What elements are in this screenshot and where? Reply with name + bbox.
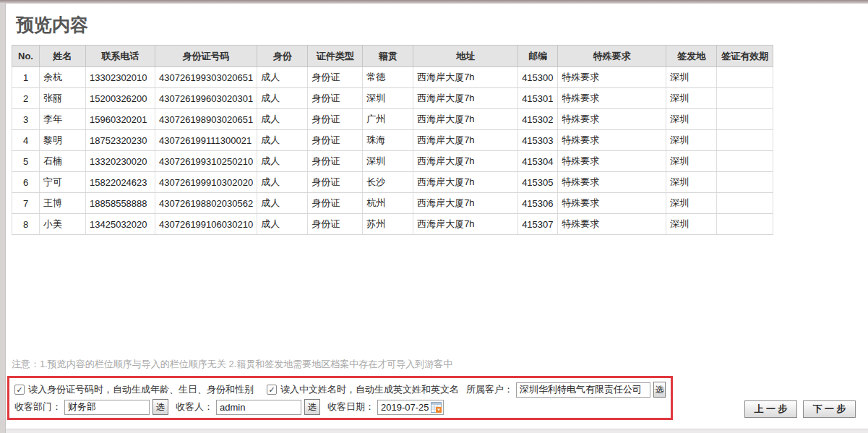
table-cell: 8: [12, 214, 40, 235]
column-header: 身份证号码: [155, 46, 257, 67]
options-row-1: ✓ 读入身份证号码时，自动生成年龄、生日、身份和性别 ✓ 读入中文姓名时，自动生…: [14, 382, 666, 398]
receiver-input[interactable]: [216, 400, 301, 415]
date-label: 收客日期：: [327, 400, 374, 413]
background-page-left-edge: [0, 3, 6, 433]
table-cell: 430726199910302020: [155, 172, 257, 193]
next-step-button[interactable]: 下 一 步: [803, 400, 856, 418]
table-cell: 西海岸大厦7h: [413, 130, 518, 151]
table-cell: 7: [12, 193, 40, 214]
table-cell: 415300: [518, 67, 558, 88]
table-cell: 成人: [257, 109, 308, 130]
table-cell: 深圳: [363, 151, 413, 172]
table-cell: 415302: [518, 109, 558, 130]
column-header: 特殊要求: [558, 46, 666, 67]
checkbox-checked-icon[interactable]: ✓: [14, 385, 25, 395]
table-cell: 长沙: [363, 172, 413, 193]
table-cell: 5: [12, 151, 40, 172]
customer-select-button[interactable]: 选: [653, 382, 666, 398]
import-options-panel: ✓ 读入身份证号码时，自动生成年龄、生日、身份和性别 ✓ 读入中文姓名时，自动生…: [7, 376, 673, 420]
table-cell: 415304: [518, 151, 558, 172]
table-cell: 430726199303020651: [155, 67, 257, 88]
table-row: 4黎明18752320230430726199111300021成人身份证珠海西…: [12, 130, 773, 151]
table-cell: 身份证: [308, 88, 363, 109]
table-cell: 西海岸大厦7h: [413, 88, 518, 109]
table-cell: 15200326200: [86, 88, 155, 109]
table-header-row: No.姓名联系电话身份证号码身份证件类型籍贯地址邮编特殊要求签发地签证有效期: [12, 46, 773, 67]
customer-input[interactable]: [516, 382, 650, 398]
receiver-select-button[interactable]: 选: [304, 399, 320, 415]
table-cell: 常德: [363, 67, 413, 88]
table-cell: 430726199111300021: [155, 130, 257, 151]
table-cell: [717, 151, 773, 172]
department-select-button[interactable]: 选: [152, 399, 168, 415]
table-cell: 西海岸大厦7h: [413, 151, 518, 172]
table-cell: 小美: [40, 214, 86, 235]
table-cell: 成人: [257, 88, 308, 109]
table-cell: 13425032020: [86, 214, 155, 235]
table-cell: 西海岸大厦7h: [413, 214, 518, 235]
table-cell: 广州: [363, 109, 413, 130]
department-label: 收客部门：: [14, 400, 61, 413]
page-title: 预览内容: [16, 13, 88, 37]
table-cell: 15822024623: [86, 172, 155, 193]
table-cell: 西海岸大厦7h: [413, 172, 518, 193]
table-cell: 黎明: [40, 130, 86, 151]
table-cell: 苏州: [363, 214, 413, 235]
table-row: 3李年15960320201430726198903020651成人身份证广州西…: [12, 109, 773, 130]
preview-table: No.姓名联系电话身份证号码身份证件类型籍贯地址邮编特殊要求签发地签证有效期1余…: [12, 45, 773, 235]
table-cell: 特殊要求: [558, 130, 666, 151]
table-cell: 身份证: [308, 67, 363, 88]
table-cell: 18858558888: [86, 193, 155, 214]
table-cell: 特殊要求: [558, 109, 666, 130]
table-cell: 深圳: [666, 151, 717, 172]
table-cell: [717, 172, 773, 193]
table-cell: 13302302010: [86, 67, 155, 88]
table-cell: 西海岸大厦7h: [413, 109, 518, 130]
table-cell: 6: [12, 172, 40, 193]
table-cell: 身份证: [308, 214, 363, 235]
previous-step-button[interactable]: 上 一 步: [744, 400, 797, 418]
column-header: 邮编: [518, 46, 558, 67]
auto-id-info-checkbox-group[interactable]: ✓ 读入身份证号码时，自动生成年龄、生日、身份和性别: [14, 383, 254, 396]
table-cell: 深圳: [666, 88, 717, 109]
table-cell: [717, 130, 773, 151]
column-header: 证件类型: [308, 46, 363, 67]
table-cell: 特殊要求: [558, 172, 666, 193]
customer-label: 所属客户：: [466, 383, 513, 396]
table-cell: 特殊要求: [558, 214, 666, 235]
background-page-top-edge: [0, 0, 868, 4]
table-cell: 深圳: [666, 193, 717, 214]
table-cell: 深圳: [666, 214, 717, 235]
table-cell: 深圳: [363, 88, 413, 109]
table-cell: 余杭: [40, 67, 86, 88]
background-page-bottom-edge: [6, 429, 868, 433]
table-cell: 415305: [518, 172, 558, 193]
options-row-2: 收客部门： 选 收客人： 选 收客日期： 2019-07-25: [14, 399, 666, 415]
date-input[interactable]: 2019-07-25: [377, 400, 444, 415]
column-header: 籍贯: [363, 46, 413, 67]
table-cell: 415303: [518, 130, 558, 151]
table-cell: 深圳: [666, 67, 717, 88]
date-value: 2019-07-25: [381, 402, 429, 413]
table-cell: 1: [12, 67, 40, 88]
table-cell: 430726199106030210: [155, 214, 257, 235]
table-cell: 430726199310250210: [155, 151, 257, 172]
receiver-label: 收客人：: [176, 400, 213, 413]
table-cell: 宁可: [40, 172, 86, 193]
table-cell: 4: [12, 130, 40, 151]
department-input[interactable]: [64, 400, 150, 415]
note-text: 注意：1.预览内容的栏位顺序与导入的栏位顺序无关 2.籍贯和签发地需要地区档案中…: [12, 358, 452, 371]
table-cell: 430726198802030562: [155, 193, 257, 214]
column-header: 姓名: [40, 46, 86, 67]
table-cell: 王博: [40, 193, 86, 214]
table-cell: 身份证: [308, 193, 363, 214]
table-row: 2张丽15200326200430726199603020301成人身份证深圳西…: [12, 88, 773, 109]
auto-english-name-checkbox-group[interactable]: ✓ 读入中文姓名时，自动生成英文姓和英文名: [267, 383, 459, 396]
checkbox-checked-icon[interactable]: ✓: [267, 385, 277, 395]
table-cell: 珠海: [363, 130, 413, 151]
table-cell: 身份证: [308, 172, 363, 193]
table-cell: 身份证: [308, 151, 363, 172]
calendar-icon[interactable]: [431, 402, 442, 413]
table-row: 5石楠13320230020430726199310250210成人身份证深圳西…: [12, 151, 773, 172]
column-header: 身份: [257, 46, 308, 67]
